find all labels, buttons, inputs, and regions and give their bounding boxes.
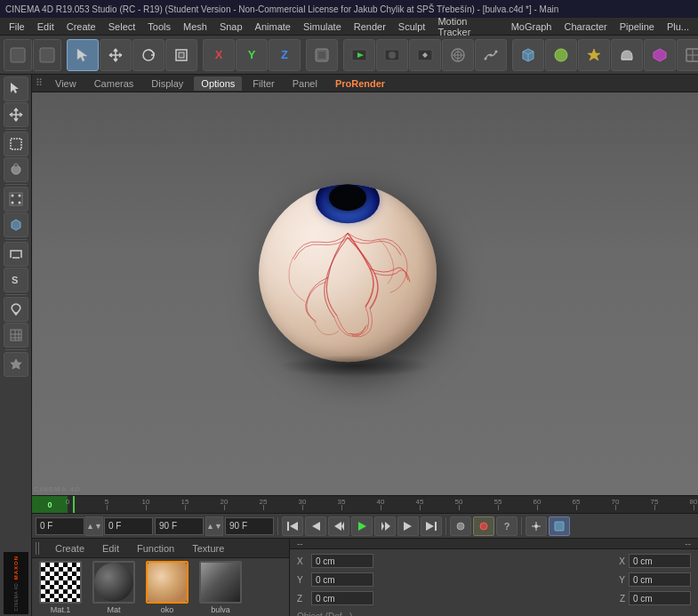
tab-options[interactable]: Options	[194, 76, 242, 91]
tab-filter[interactable]: Filter	[245, 76, 281, 91]
menu-select[interactable]: Select	[103, 20, 141, 34]
transport-play-back-btn[interactable]	[328, 516, 349, 536]
menu-character[interactable]: Character	[558, 20, 612, 34]
menubar: File Edit Create Select Tools Mesh Snap …	[0, 18, 698, 36]
help-icon: ?	[504, 521, 510, 532]
menu-motion-tracker[interactable]: Motion Tracker	[432, 14, 503, 39]
frame-arrows[interactable]: ▲▼	[85, 516, 103, 536]
toolbar-light-btn[interactable]	[578, 39, 610, 71]
toolbar-undo-btn[interactable]	[4, 39, 32, 71]
sidebar-move-btn[interactable]	[4, 102, 28, 127]
toolbar-rotate-btn[interactable]	[132, 39, 164, 71]
end-frame-field[interactable]: 90 F	[155, 517, 204, 535]
transport-play-btn[interactable]	[351, 516, 373, 536]
transport-play-fwd-btn[interactable]	[374, 516, 396, 536]
end-frame2-field[interactable]: 90 F	[225, 517, 274, 535]
toolbar-ik-btn[interactable]	[442, 39, 474, 71]
svg-point-32	[14, 164, 18, 167]
toolbar-record-btn[interactable]	[343, 39, 375, 71]
transport-goto-end-btn[interactable]	[421, 516, 442, 536]
menu-edit[interactable]: Edit	[32, 20, 60, 34]
menu-animate[interactable]: Animate	[250, 20, 296, 34]
mat-tab-function[interactable]: Function	[130, 541, 181, 556]
current-frame-field[interactable]: 0 F	[36, 517, 84, 535]
transport-prev-btn[interactable]	[305, 516, 326, 536]
svg-rect-30	[11, 139, 21, 149]
menu-mesh[interactable]: Mesh	[178, 20, 213, 34]
end-frame-arrows[interactable]: ▲▼	[205, 516, 223, 536]
toolbar-redo-btn[interactable]	[33, 39, 61, 71]
mat-tab-edit[interactable]: Edit	[95, 541, 126, 556]
prop-x-value[interactable]: 0 cm	[311, 554, 373, 568]
tab-cameras[interactable]: Cameras	[87, 76, 141, 91]
tab-prorender[interactable]: ProRender	[328, 76, 392, 91]
transport-record-btn[interactable]	[450, 516, 471, 536]
material-thumb-mat1	[39, 561, 82, 604]
sidebar-texture-btn[interactable]: S	[4, 268, 28, 292]
sidebar-point-btn[interactable]	[4, 187, 28, 212]
material-item-mat[interactable]: Mat	[89, 561, 139, 614]
toolbar-move-btn[interactable]	[100, 39, 132, 71]
toolbar-scene-btn[interactable]	[677, 39, 698, 71]
tick-label-10: 10	[142, 498, 150, 506]
tab-view[interactable]: View	[48, 76, 84, 91]
sidebar-lasso-btn[interactable]	[4, 242, 28, 267]
sidebar-select-btn[interactable]	[4, 76, 28, 101]
material-item-mat1[interactable]: Mat.1	[36, 561, 85, 614]
svg-point-17	[490, 53, 493, 56]
toolbar-nurbs-btn[interactable]	[545, 39, 577, 71]
sidebar-cube-btn[interactable]	[4, 212, 28, 237]
toolbar-keyframe-btn[interactable]	[409, 39, 441, 71]
menu-snap[interactable]: Snap	[214, 20, 248, 34]
transport-next-btn[interactable]	[397, 516, 419, 536]
props-title2: --	[685, 539, 691, 548]
tab-panel[interactable]: Panel	[285, 76, 325, 91]
menu-plugins[interactable]: Plu...	[662, 20, 694, 34]
menu-pipeline[interactable]: Pipeline	[614, 20, 660, 34]
toolbar-object2-btn[interactable]	[611, 39, 643, 71]
sidebar-grid-btn[interactable]	[4, 323, 28, 348]
toolbar-deform-btn[interactable]	[644, 39, 676, 71]
sidebar-magnet-btn[interactable]	[4, 297, 28, 322]
tick-0: 0	[66, 498, 69, 506]
timeline-area[interactable]: 0 0 5 10 15 20 25 30 35 40	[32, 495, 698, 513]
mat-tab-create[interactable]: Create	[48, 541, 92, 556]
material-item-bulva[interactable]: bulva	[196, 561, 245, 614]
menu-file[interactable]: File	[4, 20, 30, 34]
menu-render[interactable]: Render	[349, 20, 391, 34]
toolbar-play2-btn[interactable]	[376, 39, 408, 71]
menu-tools[interactable]: Tools	[142, 20, 176, 34]
prop-z2-value[interactable]: 0 cm	[629, 591, 691, 605]
toolbar-y-axis-btn[interactable]: Y	[236, 39, 268, 71]
sidebar-star-btn[interactable]	[4, 352, 28, 377]
toolbar-cube-btn[interactable]	[512, 39, 544, 71]
tab-display[interactable]: Display	[144, 76, 190, 91]
sidebar-polygon-btn[interactable]	[4, 132, 28, 156]
menu-simulate[interactable]: Simulate	[298, 20, 347, 34]
3d-viewport[interactable]: CINEMA 4D	[32, 92, 698, 495]
toolbar-scale-btn[interactable]	[165, 39, 197, 71]
toolbar-object-btn[interactable]	[306, 39, 338, 71]
prop-z-value[interactable]: 0 cm	[311, 591, 373, 605]
transport-goto-start-btn[interactable]	[282, 516, 303, 536]
transport-snap-btn[interactable]	[526, 516, 547, 536]
menu-sculpt[interactable]: Sculpt	[393, 20, 431, 34]
toolbar-x-axis-btn[interactable]: X	[203, 39, 235, 71]
transport-mode-btn[interactable]	[549, 516, 570, 536]
viewport-tabs: ⠿ View Cameras Display Options Filter Pa…	[32, 75, 698, 92]
toolbar-z-axis-btn[interactable]: Z	[269, 39, 301, 71]
sidebar-edge-btn[interactable]	[4, 157, 28, 182]
prop-x2-value[interactable]: 0 cm	[629, 554, 691, 568]
toolbar-select-btn[interactable]	[67, 39, 99, 71]
prop-y-value[interactable]: 0 cm	[311, 572, 373, 587]
prop-y2-val-text: 0 cm	[633, 575, 653, 585]
menu-create[interactable]: Create	[61, 20, 101, 34]
menu-mograph[interactable]: MoGraph	[506, 20, 558, 34]
start-frame-field[interactable]: 0 F	[104, 517, 153, 535]
material-item-oko[interactable]: oko	[142, 561, 192, 614]
toolbar-anim-btn[interactable]	[475, 39, 507, 71]
transport-autokey-btn[interactable]	[473, 516, 494, 536]
mat-tab-texture[interactable]: Texture	[185, 541, 231, 556]
transport-help-btn[interactable]: ?	[496, 516, 517, 536]
prop-y2-value[interactable]: 0 cm	[629, 572, 691, 587]
